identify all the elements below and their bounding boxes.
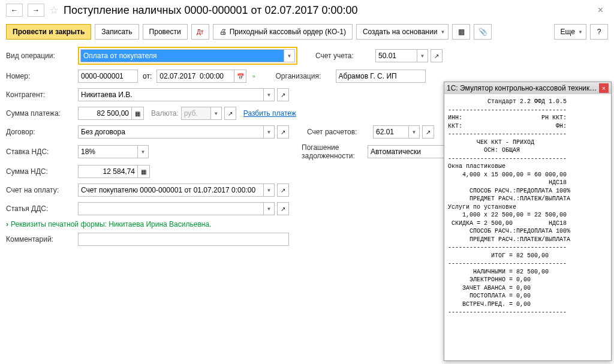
help-button[interactable]: ? <box>590 24 608 40</box>
account-open-icon[interactable]: ↗ <box>431 49 443 62</box>
dds-label: Статья ДДС: <box>6 204 78 213</box>
calc-icon[interactable]: ▦ <box>132 107 144 120</box>
comment-label: Комментарий: <box>6 235 78 243</box>
receipt-titlebar[interactable]: 1С: Эмулятор контрольно-кассовой техники… <box>444 82 611 94</box>
op-type-dropdown-icon[interactable]: ▼ <box>284 49 295 62</box>
receipt-body: Стандарт 2.2 ФФД 1.0.5 -----------------… <box>444 94 611 360</box>
vat-calc-icon[interactable]: ▦ <box>138 165 150 178</box>
dds-dropdown-icon[interactable]: ▼ <box>264 202 275 215</box>
receipt-window-title: 1С: Эмулятор контрольно-кассовой техники… <box>447 84 599 92</box>
status-ok-icon: ▫ <box>252 72 255 80</box>
settle-acct-input[interactable] <box>373 125 409 139</box>
amount-label: Сумма платежа: <box>6 109 78 118</box>
nav-back-button[interactable]: ← <box>6 4 23 17</box>
invoice-dropdown-icon[interactable]: ▼ <box>264 183 275 197</box>
date-input[interactable] <box>156 70 234 83</box>
contract-input[interactable] <box>78 125 264 139</box>
op-type-label: Вид операции: <box>6 52 78 60</box>
counterparty-label: Контрагент: <box>6 91 78 99</box>
vat-rate-dropdown-icon[interactable]: ▼ <box>138 145 149 158</box>
currency-input <box>181 107 211 120</box>
debt-input[interactable] <box>368 145 452 158</box>
account-label: Счет учета: <box>315 52 375 60</box>
counterparty-input[interactable] <box>78 88 264 101</box>
currency-dropdown-icon[interactable]: ▼ <box>211 107 222 120</box>
debt-label: Погашение задолженности: <box>302 143 368 160</box>
report-button[interactable]: ▦ <box>452 24 470 40</box>
printer-icon: 🖨 <box>219 28 227 36</box>
currency-open-icon[interactable]: ↗ <box>224 107 236 120</box>
favorite-star-icon[interactable]: ☆ <box>49 4 59 17</box>
toolbar: Провести и закрыть Записать Провести Дт … <box>0 20 614 43</box>
vat-rate-label: Ставка НДС: <box>6 148 78 156</box>
contract-open-icon[interactable]: ↗ <box>277 125 289 139</box>
vat-sum-input[interactable] <box>78 165 138 178</box>
dds-input[interactable] <box>78 202 264 215</box>
receipt-close-icon[interactable]: × <box>599 83 609 93</box>
invoice-input[interactable] <box>78 183 264 197</box>
org-input[interactable] <box>336 70 426 83</box>
contract-dropdown-icon[interactable]: ▼ <box>264 125 275 139</box>
from-label: от: <box>143 72 152 80</box>
calendar-icon[interactable]: 📅 <box>234 70 246 83</box>
receipt-emulator-window: 1С: Эмулятор контрольно-кассовой техники… <box>444 82 612 361</box>
settle-acct-open-icon[interactable]: ↗ <box>422 125 434 139</box>
counterparty-dropdown-icon[interactable]: ▼ <box>264 88 275 101</box>
close-icon[interactable]: × <box>593 5 608 16</box>
amount-input[interactable] <box>78 107 132 120</box>
dds-open-icon[interactable]: ↗ <box>277 202 289 215</box>
vat-rate-input[interactable] <box>78 145 138 158</box>
post-button[interactable]: Провести <box>143 24 188 40</box>
counterparty-open-icon[interactable]: ↗ <box>277 88 289 101</box>
settle-acct-label: Счет расчетов: <box>307 128 373 136</box>
nav-forward-button[interactable]: → <box>28 4 44 17</box>
dt-kt-button[interactable]: Дт <box>191 24 209 40</box>
post-and-close-button[interactable]: Провести и закрыть <box>6 24 91 40</box>
save-button[interactable]: Записать <box>95 24 139 40</box>
account-dropdown-icon[interactable]: ▼ <box>417 49 428 62</box>
invoice-label: Счет на оплату: <box>6 186 78 194</box>
invoice-open-icon[interactable]: ↗ <box>277 183 289 197</box>
contract-label: Договор: <box>6 128 78 136</box>
page-title: Поступление наличных 0000-000001 от 02.0… <box>64 4 358 17</box>
more-button[interactable]: Еще <box>554 24 586 40</box>
number-label: Номер: <box>6 72 78 80</box>
settle-acct-dropdown-icon[interactable]: ▼ <box>409 125 420 139</box>
account-input[interactable] <box>375 49 417 62</box>
org-label: Организация: <box>276 72 336 80</box>
split-payment-link[interactable]: Разбить платеж <box>243 109 296 118</box>
titlebar: ← → ☆ Поступление наличных 0000-000001 о… <box>0 0 614 20</box>
vat-sum-label: Сумма НДС: <box>6 167 78 176</box>
create-on-basis-button[interactable]: Создать на основании <box>356 24 449 40</box>
print-button[interactable]: 🖨Приходный кассовый ордер (КО-1) <box>213 24 353 40</box>
comment-input[interactable] <box>78 233 289 246</box>
currency-label: Валюта: <box>151 109 179 118</box>
number-input[interactable] <box>78 70 138 83</box>
op-type-field-wrap: ▼ <box>78 47 297 65</box>
attach-button[interactable]: 📎 <box>474 24 492 40</box>
op-type-input[interactable] <box>80 49 284 62</box>
